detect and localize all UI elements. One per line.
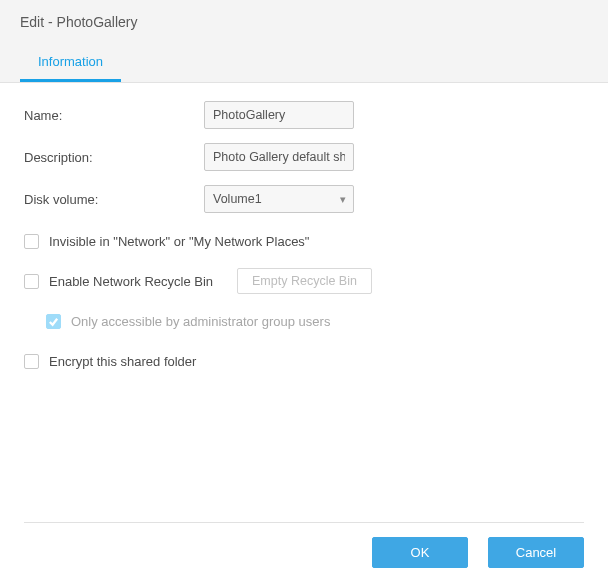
encrypt-label: Encrypt this shared folder — [49, 354, 196, 369]
invisible-label: Invisible in "Network" or "My Network Pl… — [49, 234, 309, 249]
row-admin-only: Only accessible by administrator group u… — [46, 307, 584, 335]
tab-strip: Information — [20, 46, 588, 82]
recycle-checkbox[interactable] — [24, 274, 39, 289]
disk-volume-label: Disk volume: — [24, 192, 204, 207]
name-input[interactable] — [204, 101, 354, 129]
edit-dialog: Edit - PhotoGallery Information Name: De… — [0, 0, 608, 584]
admin-only-checkbox — [46, 314, 61, 329]
ok-button[interactable]: OK — [372, 537, 468, 568]
footer-divider — [24, 522, 584, 523]
encrypt-checkbox[interactable] — [24, 354, 39, 369]
disk-volume-select-wrap: ▾ — [204, 185, 354, 213]
invisible-checkbox[interactable] — [24, 234, 39, 249]
row-description: Description: — [24, 143, 584, 171]
row-name: Name: — [24, 101, 584, 129]
row-disk-volume: Disk volume: ▾ — [24, 185, 584, 213]
cancel-button[interactable]: Cancel — [488, 537, 584, 568]
description-label: Description: — [24, 150, 204, 165]
name-label: Name: — [24, 108, 204, 123]
admin-only-label: Only accessible by administrator group u… — [71, 314, 330, 329]
row-recycle: Enable Network Recycle Bin Empty Recycle… — [24, 267, 584, 295]
recycle-label: Enable Network Recycle Bin — [49, 274, 213, 289]
row-encrypt: Encrypt this shared folder — [24, 347, 584, 375]
description-input[interactable] — [204, 143, 354, 171]
spacer — [24, 387, 584, 522]
dialog-title: Edit - PhotoGallery — [20, 14, 588, 30]
tab-information[interactable]: Information — [20, 46, 121, 82]
row-invisible: Invisible in "Network" or "My Network Pl… — [24, 227, 584, 255]
dialog-header: Edit - PhotoGallery Information — [0, 0, 608, 83]
dialog-footer: OK Cancel — [0, 537, 608, 584]
empty-recycle-button[interactable]: Empty Recycle Bin — [237, 268, 372, 294]
disk-volume-select[interactable] — [204, 185, 354, 213]
dialog-body: Name: Description: Disk volume: ▾ Invisi… — [0, 83, 608, 537]
